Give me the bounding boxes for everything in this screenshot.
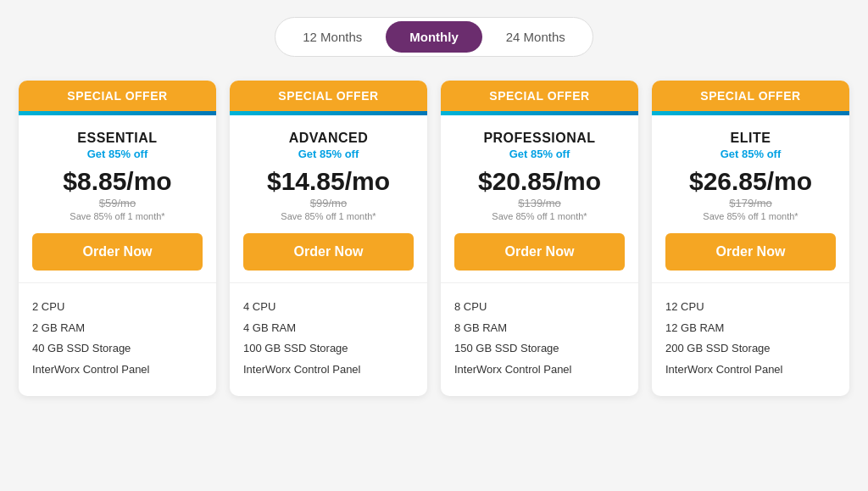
feature-item: 40 GB SSD Storage [32,338,203,360]
plan-name: ADVANCED [243,131,414,146]
plan-features: 8 CPU8 GB RAM150 GB SSD StorageInterWorx… [441,283,638,396]
plan-badge: SPECIAL OFFER [652,81,849,111]
feature-item: 4 CPU [243,297,414,318]
plan-body: ESSENTIAL Get 85% off $8.85/mo $59/mo Sa… [19,115,216,283]
feature-item: 8 CPU [454,297,625,318]
plan-discount: Get 85% off [32,148,203,160]
plan-save-text: Save 85% off 1 month* [32,211,203,221]
plan-body: ELITE Get 85% off $26.85/mo $179/mo Save… [652,115,849,283]
plan-price: $20.85/mo [454,167,625,195]
feature-item: 2 GB RAM [32,318,203,339]
feature-item: 100 GB SSD Storage [243,338,414,360]
order-now-button[interactable]: Order Now [454,233,625,271]
plan-name: PROFESSIONAL [454,131,625,146]
feature-item: 8 GB RAM [454,318,625,339]
feature-item: 4 GB RAM [243,318,414,339]
plan-body: ADVANCED Get 85% off $14.85/mo $99/mo Sa… [230,115,427,283]
plan-save-text: Save 85% off 1 month* [243,211,414,221]
plan-discount: Get 85% off [454,148,625,160]
plan-card-essential: SPECIAL OFFER ESSENTIAL Get 85% off $8.8… [19,81,216,396]
feature-item: InterWorx Control Panel [454,360,625,381]
feature-item: InterWorx Control Panel [243,360,414,381]
plan-card-advanced: SPECIAL OFFER ADVANCED Get 85% off $14.8… [230,81,427,396]
plan-save-text: Save 85% off 1 month* [665,211,836,221]
billing-toggle[interactable]: 12 MonthsMonthly24 Months [275,17,593,57]
plan-discount: Get 85% off [665,148,836,160]
order-now-button[interactable]: Order Now [665,233,836,271]
toggle-option-12months[interactable]: 12 Months [279,21,386,53]
feature-item: InterWorx Control Panel [665,360,836,381]
feature-item: InterWorx Control Panel [32,360,203,381]
plan-price: $26.85/mo [665,167,836,195]
plan-features: 4 CPU4 GB RAM100 GB SSD StorageInterWorx… [230,283,427,396]
plan-name: ELITE [665,131,836,146]
feature-item: 200 GB SSD Storage [665,338,836,360]
plan-body: PROFESSIONAL Get 85% off $20.85/mo $139/… [441,115,638,283]
feature-item: 12 CPU [665,297,836,318]
plan-card-elite: SPECIAL OFFER ELITE Get 85% off $26.85/m… [652,81,849,396]
plan-badge: SPECIAL OFFER [19,81,216,111]
plan-card-professional: SPECIAL OFFER PROFESSIONAL Get 85% off $… [441,81,638,396]
plan-features: 12 CPU12 GB RAM200 GB SSD StorageInterWo… [652,283,849,396]
plan-discount: Get 85% off [243,148,414,160]
plan-price: $8.85/mo [32,167,203,195]
toggle-option-monthly[interactable]: Monthly [386,21,482,53]
plan-features: 2 CPU2 GB RAM40 GB SSD StorageInterWorx … [19,283,216,396]
order-now-button[interactable]: Order Now [243,233,414,271]
plan-save-text: Save 85% off 1 month* [454,211,625,221]
plan-original-price: $139/mo [454,197,625,209]
plan-original-price: $59/mo [32,197,203,209]
plan-badge: SPECIAL OFFER [441,81,638,111]
plan-original-price: $99/mo [243,197,414,209]
order-now-button[interactable]: Order Now [32,233,203,271]
plan-badge: SPECIAL OFFER [230,81,427,111]
plan-name: ESSENTIAL [32,131,203,146]
toggle-option-24months[interactable]: 24 Months [482,21,589,53]
feature-item: 150 GB SSD Storage [454,338,625,360]
feature-item: 2 CPU [32,297,203,318]
feature-item: 12 GB RAM [665,318,836,339]
plan-price: $14.85/mo [243,167,414,195]
plans-grid: SPECIAL OFFER ESSENTIAL Get 85% off $8.8… [19,81,849,396]
plan-original-price: $179/mo [665,197,836,209]
